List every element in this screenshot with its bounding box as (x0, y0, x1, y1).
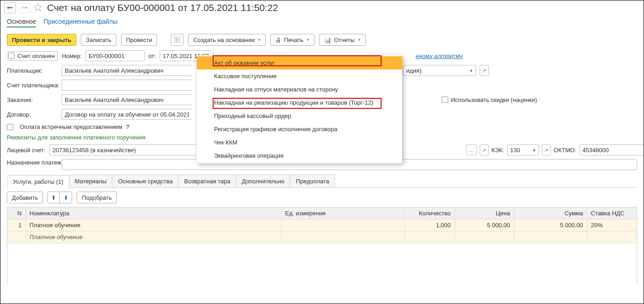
menu-item-material-release[interactable]: Накладная на отпуск материалов на сторон… (197, 83, 402, 96)
favorite-star-icon[interactable] (33, 3, 42, 13)
print-button[interactable]: 🖨 Печать ▾ (270, 34, 314, 46)
reports-label: Отчеты (334, 37, 355, 43)
oktmo-input[interactable] (579, 144, 644, 155)
list-icon (174, 37, 180, 43)
printer-icon: 🖨 (275, 37, 281, 43)
payment-order-requisites-link[interactable]: Реквизиты для заполнения платежного пору… (7, 134, 146, 141)
reciprocal-label: Оплата встречным предоставлением (20, 123, 122, 130)
open-ref-button[interactable]: ↗ (480, 144, 489, 155)
section-tab-attached[interactable]: Присоединенные файлы (43, 18, 117, 27)
menu-item-schedule-reg[interactable]: Регистрация графиков исполнения договора (197, 123, 402, 136)
post-button[interactable]: Провести (121, 34, 157, 46)
col-unit: Ед. измерения (281, 208, 404, 219)
nav-back-button[interactable]: 🠔 (4, 2, 16, 13)
cell-vat: 20% (587, 219, 637, 231)
select-dropdown-icon[interactable]: ▾ (530, 144, 539, 155)
post-and-close-button[interactable]: Провести и закрыть (7, 34, 76, 46)
payer-input[interactable] (62, 65, 192, 76)
menu-item-act[interactable]: Акт об оказании услуг (197, 56, 402, 69)
col-name: Номенклатура (26, 208, 281, 219)
subsidy-select[interactable] (403, 65, 467, 76)
move-down-button[interactable]: ⬇ (60, 192, 72, 203)
page-title: Счет на оплату БУ00-000001 от 17.05.2021… (47, 2, 278, 13)
tab-return-packaging[interactable]: Возвратная тара (178, 175, 236, 187)
number-input[interactable] (85, 50, 145, 61)
chevron-down-icon: ▾ (258, 37, 261, 42)
cell-unit (281, 219, 404, 231)
menu-item-kkm-check[interactable]: Чек ККМ (197, 136, 402, 149)
chevron-down-icon: ▾ (358, 37, 361, 42)
add-row-button[interactable]: Добавить (7, 192, 43, 203)
tab-services[interactable]: Услуги, работы (1) (7, 175, 69, 188)
account-label: Лицевой счет: (7, 147, 46, 154)
cell-n: 1 (7, 219, 26, 231)
kek-label: КЭК: (492, 147, 504, 154)
col-qty: Количество (404, 208, 455, 219)
paid-label: Счет оплачен (17, 53, 55, 59)
menu-item-cash-order[interactable]: Приходный кассовый ордер (197, 109, 402, 123)
save-button[interactable]: Записать (81, 34, 116, 46)
account-input[interactable] (49, 144, 209, 155)
section-tab-main[interactable]: Основное (7, 18, 36, 27)
table-row-sub[interactable]: Платное обучение (7, 231, 637, 243)
svg-marker-0 (34, 3, 42, 11)
cell-name: Платное обучение (26, 219, 281, 231)
paid-checkbox[interactable] (8, 53, 15, 59)
tab-additional[interactable]: Дополнительно (236, 175, 291, 187)
chevron-down-icon: ▾ (307, 37, 309, 42)
payer-account-input[interactable] (62, 80, 192, 91)
document-movements-button[interactable] (171, 34, 183, 46)
algorithm-link[interactable]: нному алгоритму (416, 53, 463, 59)
move-up-button[interactable]: ⬆ (48, 192, 60, 203)
kek-input[interactable] (507, 144, 530, 155)
cell-sum: 5 000,00 (514, 219, 587, 231)
col-n: N (7, 208, 26, 219)
payer-account-label: Счет плательщика: (7, 82, 58, 89)
cell-price: 5 000,00 (455, 219, 514, 231)
col-sum: Сумма (514, 208, 587, 219)
reports-button[interactable]: 📊 Отчеты ▾ (319, 34, 366, 46)
menu-item-cash-receipt[interactable]: Кассовое поступление (197, 69, 402, 83)
use-discounts-label: Использовать скидки (наценки) (451, 96, 537, 103)
col-vat: Ставка НДС (587, 208, 637, 219)
open-ref-button[interactable]: ↗ (542, 144, 551, 155)
chart-icon: 📊 (324, 37, 331, 43)
table-row[interactable]: 1 Платное обучение 1,000 5 000,00 5 000,… (7, 219, 637, 231)
cell-qty: 1,000 (404, 219, 455, 231)
contract-label: Договор: (7, 111, 58, 118)
nav-forward-button[interactable]: 🠖 (19, 2, 31, 13)
items-grid[interactable]: N Номенклатура Ед. измерения Количество … (7, 207, 637, 285)
oktmo-label: ОКТМО: (554, 147, 576, 154)
customer-input[interactable] (62, 94, 192, 105)
use-discounts-checkbox[interactable] (442, 96, 448, 103)
menu-item-acquiring[interactable]: Эквайринговая операция (197, 149, 402, 162)
open-ref-button[interactable]: ↗ (480, 65, 489, 76)
tab-materials[interactable]: Материалы (69, 175, 113, 187)
customer-label: Заказчик: (7, 96, 58, 103)
date-label: от: (148, 53, 156, 59)
payer-label: Плательщик: (7, 67, 58, 74)
menu-item-torg12[interactable]: Накладная на реализацию продукции и това… (197, 96, 402, 109)
pick-button[interactable]: Подобрать (77, 192, 116, 203)
col-price: Цена (455, 208, 514, 219)
cell-subname: Платное обучение (26, 231, 281, 243)
reciprocal-checkbox[interactable] (7, 124, 13, 130)
purpose-label: Назначение платежа: (7, 159, 58, 167)
number-label: Номер: (62, 53, 82, 59)
contract-input[interactable] (62, 109, 192, 120)
tab-prepayment[interactable]: Предоплата (290, 175, 335, 187)
more-button[interactable]: … (466, 144, 477, 155)
select-dropdown-icon[interactable]: ▾ (467, 65, 476, 76)
reciprocal-help[interactable]: ? (126, 123, 130, 130)
create-based-on-menu: Акт об оказании услуг Кассовое поступлен… (197, 55, 402, 163)
create-based-on-button[interactable]: Создать на основании ▾ (188, 34, 266, 46)
create-based-label: Создать на основании (193, 37, 255, 43)
tab-assets[interactable]: Основные средства (112, 175, 178, 187)
print-label: Печать (284, 37, 304, 43)
